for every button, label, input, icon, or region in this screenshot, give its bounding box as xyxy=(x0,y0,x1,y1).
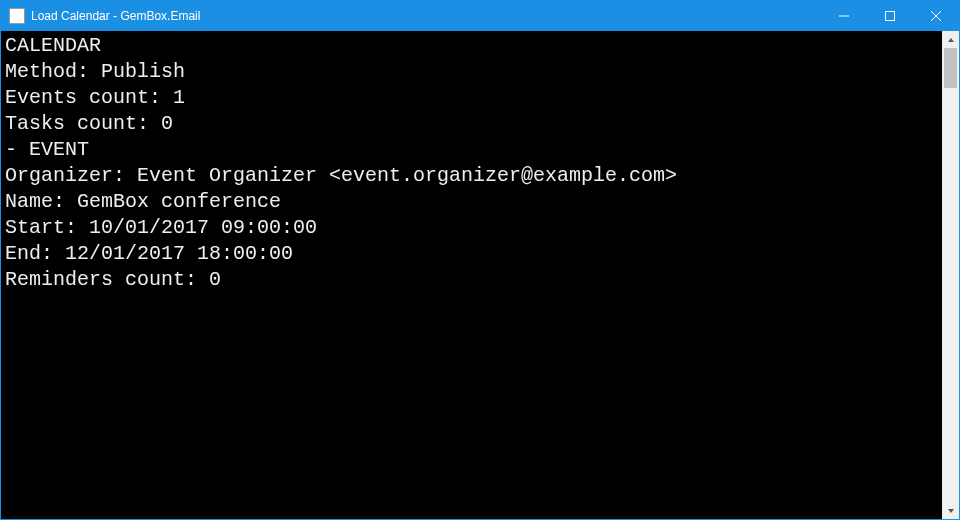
scroll-thumb[interactable] xyxy=(944,48,957,88)
console-line: Name: GemBox conference xyxy=(5,189,938,215)
maximize-button[interactable] xyxy=(867,1,913,31)
chevron-down-icon xyxy=(947,507,955,515)
window-controls xyxy=(821,1,959,31)
svg-marker-5 xyxy=(948,509,954,513)
console-line: Tasks count: 0 xyxy=(5,111,938,137)
console-line: Organizer: Event Organizer <event.organi… xyxy=(5,163,938,189)
app-icon xyxy=(9,8,25,24)
console-output: CALENDARMethod: PublishEvents count: 1Ta… xyxy=(1,31,942,519)
maximize-icon xyxy=(885,11,895,21)
chevron-up-icon xyxy=(947,36,955,44)
window-title: Load Calendar - GemBox.Email xyxy=(31,9,200,23)
console-line: Start: 10/01/2017 09:00:00 xyxy=(5,215,938,241)
console-line: Reminders count: 0 xyxy=(5,267,938,293)
close-button[interactable] xyxy=(913,1,959,31)
client-area: CALENDARMethod: PublishEvents count: 1Ta… xyxy=(1,31,959,519)
console-line: Method: Publish xyxy=(5,59,938,85)
svg-rect-1 xyxy=(886,12,895,21)
scroll-down-button[interactable] xyxy=(942,502,959,519)
titlebar[interactable]: Load Calendar - GemBox.Email xyxy=(1,1,959,31)
console-line: - EVENT xyxy=(5,137,938,163)
console-line: End: 12/01/2017 18:00:00 xyxy=(5,241,938,267)
close-icon xyxy=(931,11,941,21)
console-line: CALENDAR xyxy=(5,33,938,59)
vertical-scrollbar[interactable] xyxy=(942,31,959,519)
svg-marker-4 xyxy=(948,38,954,42)
minimize-button[interactable] xyxy=(821,1,867,31)
scroll-up-button[interactable] xyxy=(942,31,959,48)
svg-rect-0 xyxy=(839,16,849,17)
scroll-track[interactable] xyxy=(942,48,959,502)
minimize-icon xyxy=(839,11,849,21)
console-line: Events count: 1 xyxy=(5,85,938,111)
